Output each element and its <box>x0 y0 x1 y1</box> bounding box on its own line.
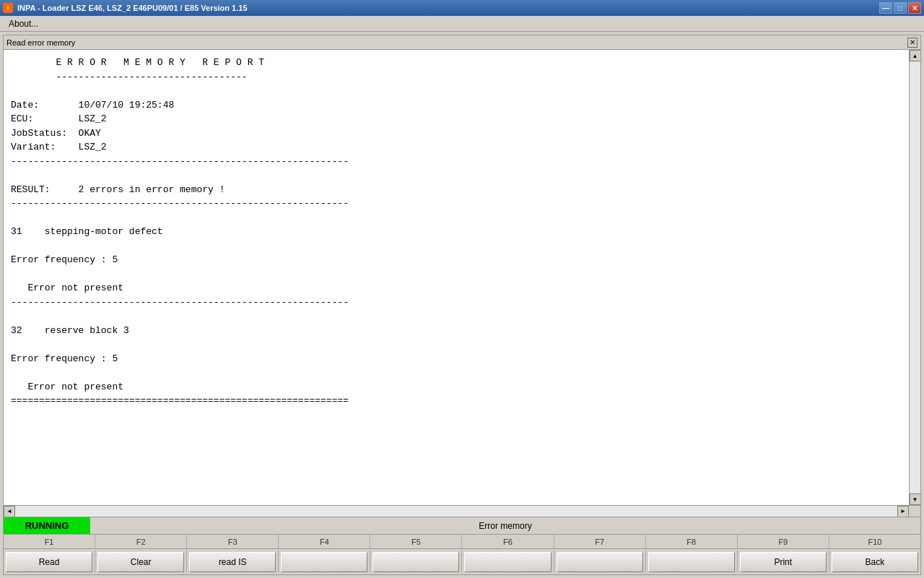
fkey-label-f10: F10 <box>829 535 920 548</box>
menu-bar: About... <box>0 16 924 32</box>
fkey-btn-cell-f5 <box>370 551 462 573</box>
sub-title-bar: Read error memory ✕ <box>4 35 920 50</box>
fkey-btn-cell-f2: Clear <box>95 551 187 573</box>
fkey-label-f1: F1 <box>4 535 95 548</box>
report-text: E R R O R M E M O R Y R E P O R T ------… <box>4 50 909 505</box>
scroll-down-button[interactable]: ▼ <box>910 493 921 505</box>
fkey-label-f5: F5 <box>370 535 462 548</box>
f6-button[interactable] <box>464 552 551 572</box>
horizontal-scrollbar[interactable]: ◄ ► <box>4 506 909 517</box>
f4-button[interactable] <box>281 552 367 572</box>
f8-button[interactable] <box>648 552 735 572</box>
fkey-label-f7: F7 <box>554 535 646 548</box>
fkey-btn-cell-f1: Read <box>4 551 95 573</box>
window-controls: — □ ✕ <box>879 2 921 14</box>
scroll-left-button[interactable]: ◄ <box>4 506 15 517</box>
fkey-labels-row: F1 F2 F3 F4 F5 F6 F7 F8 F9 F10 <box>4 534 920 548</box>
fkey-btn-cell-f10: Back <box>829 551 920 573</box>
scroll-corner <box>909 506 920 517</box>
fkey-btn-cell-f8 <box>646 551 738 573</box>
minimize-button[interactable]: — <box>879 2 892 14</box>
fkey-label-f6: F6 <box>462 535 554 548</box>
close-button[interactable]: ✕ <box>908 2 921 14</box>
f5-button[interactable] <box>372 552 459 572</box>
scroll-right-button[interactable]: ► <box>897 506 909 517</box>
horizontal-scrollbar-container: ◄ ► <box>4 505 920 517</box>
fkey-label-f4: F4 <box>279 535 370 548</box>
sub-window: Read error memory ✕ E R R O R M E M O R … <box>3 35 921 575</box>
maximize-button[interactable]: □ <box>894 2 907 14</box>
status-bar: RUNNING Error memory <box>4 517 920 534</box>
fkey-buttons-row: Read Clear read IS Print Back <box>4 548 920 574</box>
fkey-btn-cell-f4 <box>279 551 370 573</box>
sub-window-title: Read error memory <box>6 38 75 47</box>
f9-print-button[interactable]: Print <box>740 552 827 572</box>
scroll-track-h[interactable] <box>15 506 897 517</box>
about-menu[interactable]: About... <box>3 17 44 30</box>
scroll-track-v[interactable] <box>910 61 921 493</box>
f1-read-button[interactable]: Read <box>6 552 92 572</box>
f2-clear-button[interactable]: Clear <box>97 552 184 572</box>
fkey-btn-cell-f6 <box>462 551 554 573</box>
f3-read-is-button[interactable]: read IS <box>189 552 276 572</box>
f10-back-button[interactable]: Back <box>832 552 918 572</box>
title-text: I INPA - Loader LSZ E46, LSZ_2 E46PU09/0… <box>3 3 248 13</box>
window-title: INPA - Loader LSZ E46, LSZ_2 E46PU09/01 … <box>17 4 248 12</box>
running-indicator: RUNNING <box>4 517 90 535</box>
fkey-label-f3: F3 <box>187 535 279 548</box>
status-center-text: Error memory <box>90 521 920 531</box>
fkey-btn-cell-f7 <box>554 551 646 573</box>
fkey-label-f8: F8 <box>646 535 738 548</box>
fkey-label-f9: F9 <box>738 535 829 548</box>
fkey-label-f2: F2 <box>95 535 187 548</box>
f7-button[interactable] <box>557 552 643 572</box>
sub-close-button[interactable]: ✕ <box>907 38 918 48</box>
fkey-btn-cell-f9: Print <box>738 551 829 573</box>
vertical-scrollbar[interactable]: ▲ ▼ <box>909 50 920 505</box>
title-bar: I INPA - Loader LSZ E46, LSZ_2 E46PU09/0… <box>0 0 924 16</box>
content-area: E R R O R M E M O R Y R E P O R T ------… <box>4 50 920 505</box>
scroll-up-button[interactable]: ▲ <box>910 50 921 61</box>
app-icon: I <box>3 3 13 13</box>
fkey-btn-cell-f3: read IS <box>187 551 279 573</box>
